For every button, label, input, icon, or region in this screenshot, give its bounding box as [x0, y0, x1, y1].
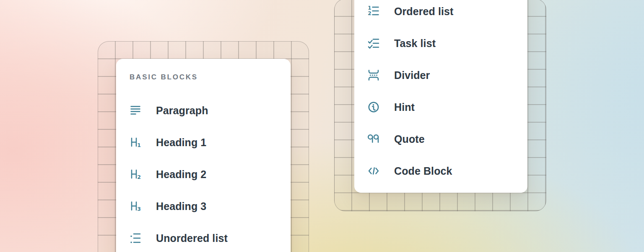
menu-item-label: Divider — [394, 69, 430, 81]
menu-item-divider[interactable]: Divider — [368, 59, 514, 91]
unordered-list-icon — [130, 232, 141, 244]
menu-item-label: Unordered list — [156, 232, 228, 244]
code-block-icon — [368, 165, 379, 177]
menu-item-code-block[interactable]: Code Block — [368, 155, 514, 187]
menu-item-heading-3[interactable]: 3 Heading 3 — [130, 190, 277, 222]
menu-item-label: Paragraph — [156, 105, 208, 117]
menu-item-label: Ordered list — [394, 5, 454, 18]
menu-item-heading-2[interactable]: 2 Heading 2 — [130, 158, 277, 190]
basic-blocks-menu: BASIC BLOCKS Paragraph 1 Heading 1 2 Hea… — [116, 59, 291, 252]
hint-icon — [368, 101, 379, 113]
menu-item-label: Hint — [394, 101, 415, 113]
menu-section-header: BASIC BLOCKS — [130, 73, 277, 81]
menu-item-task-list[interactable]: Task list — [368, 27, 514, 59]
svg-text:3: 3 — [137, 206, 141, 212]
divider-icon — [368, 69, 379, 81]
block-menu-illustration: BASIC BLOCKS Paragraph 1 Heading 1 2 Hea… — [0, 0, 644, 252]
svg-text:1: 1 — [137, 142, 141, 148]
menu-item-label: Quote — [394, 133, 425, 145]
task-list-icon — [368, 37, 379, 49]
heading-1-icon: 1 — [130, 136, 141, 148]
menu-item-ordered-list[interactable]: 1 2 Ordered list — [368, 0, 514, 27]
menu-item-label: Task list — [394, 37, 436, 50]
menu-item-unordered-list[interactable]: Unordered list — [130, 222, 277, 252]
menu-item-paragraph[interactable]: Paragraph — [130, 94, 277, 126]
menu-item-quote[interactable]: Quote — [368, 123, 514, 155]
heading-2-icon: 2 — [130, 168, 141, 180]
paragraph-icon — [130, 105, 141, 116]
menu-item-heading-1[interactable]: 1 Heading 1 — [130, 126, 277, 158]
heading-3-icon: 3 — [130, 200, 141, 212]
menu-item-label: Code Block — [394, 165, 452, 177]
menu-item-label: Heading 2 — [156, 168, 206, 181]
svg-text:2: 2 — [368, 10, 371, 16]
ordered-list-icon: 1 2 — [368, 5, 379, 17]
blocks-menu-continued: 1 2 Ordered list Task list — [354, 0, 527, 193]
menu-item-label: Heading 3 — [156, 200, 206, 213]
menu-item-hint[interactable]: Hint — [368, 91, 514, 123]
quote-icon — [368, 133, 379, 145]
menu-item-label: Heading 1 — [156, 136, 206, 149]
svg-text:2: 2 — [137, 174, 141, 180]
